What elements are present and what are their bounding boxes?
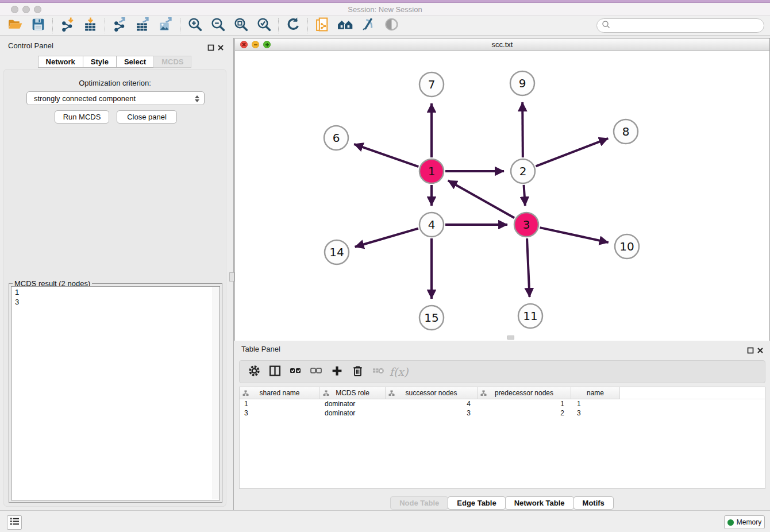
table-row[interactable]: 1 dominator 4 1 1 — [240, 399, 765, 408]
delete-column-button[interactable] — [349, 363, 366, 380]
zoom-fit-button[interactable] — [229, 17, 252, 35]
cell-successor-nodes[interactable]: 4 — [386, 399, 478, 408]
criterion-dropdown[interactable]: strongly connected component — [26, 91, 205, 105]
export-image-button[interactable] — [154, 17, 177, 35]
show-hide-graphics-button[interactable] — [357, 17, 380, 35]
birds-eye-view-button[interactable] — [380, 17, 403, 35]
graph-edge-3-1[interactable] — [448, 180, 514, 218]
cell-successor-nodes[interactable]: 3 — [386, 408, 478, 418]
cell-mcds-role[interactable]: dominator — [320, 399, 386, 408]
cell-name[interactable]: 1 — [571, 399, 620, 408]
column-header-mcds-role[interactable]: MCDS role — [320, 387, 386, 399]
graph-edge-3-10[interactable] — [540, 228, 608, 242]
toolbar-separator — [307, 18, 308, 33]
graph-edge-4-14[interactable] — [355, 229, 418, 247]
column-header-successor-nodes[interactable]: successor nodes — [386, 387, 478, 399]
header-filler — [620, 387, 765, 399]
close-panel-button[interactable]: Close panel — [117, 110, 177, 124]
mcds-result-text[interactable]: 1 3 — [11, 286, 220, 500]
plus-icon — [331, 365, 343, 379]
network-canvas[interactable]: 7968124314101511 — [235, 51, 769, 341]
run-mcds-button[interactable]: Run MCDS — [55, 110, 109, 124]
canvas-hscroll-thumb[interactable] — [507, 336, 514, 340]
toolbar-separator — [180, 18, 180, 33]
zoom-out-button[interactable] — [206, 17, 229, 35]
status-bar: Memory — [0, 510, 770, 532]
panel-divider[interactable] — [230, 38, 234, 510]
result-line: 1 — [15, 287, 216, 297]
tab-motifs[interactable]: Motifs — [573, 496, 614, 510]
tab-select[interactable]: Select — [116, 56, 154, 68]
divider-grip[interactable] — [229, 272, 234, 282]
table-toolbar: f(x) — [239, 360, 765, 383]
graph-edge-2-3[interactable] — [524, 185, 525, 206]
tab-edge-table[interactable]: Edge Table — [448, 496, 505, 510]
zoom-selected-button[interactable] — [252, 17, 275, 35]
column-type-icon — [480, 390, 487, 398]
search-icon — [602, 20, 611, 32]
export-network-button[interactable] — [108, 17, 131, 35]
table-row[interactable]: 3 dominator 3 2 3 — [240, 408, 765, 418]
tab-node-table[interactable]: Node Table — [390, 496, 448, 510]
import-network-button[interactable] — [56, 17, 79, 35]
network-view-title: scc.txt — [235, 40, 769, 49]
float-table-panel-icon[interactable] — [747, 346, 754, 353]
zoom-in-button[interactable] — [183, 17, 206, 35]
column-header-shared-name[interactable]: shared name — [240, 387, 320, 399]
task-history-button[interactable] — [7, 515, 22, 530]
cell-mcds-role[interactable]: dominator — [320, 408, 386, 418]
open-session-button[interactable] — [3, 17, 26, 35]
import-table-button[interactable] — [79, 17, 102, 35]
cell-predecessor-nodes[interactable]: 1 — [478, 399, 571, 408]
export-table-icon — [135, 17, 151, 34]
import-network-icon — [60, 17, 75, 34]
graph-node-label: 2 — [519, 164, 527, 178]
graph-edge-2-9[interactable] — [522, 102, 523, 157]
clone-network-button[interactable] — [311, 17, 334, 35]
refresh-icon — [286, 17, 301, 34]
control-panel-title: Control Panel — [8, 41, 53, 50]
deselect-all-button[interactable] — [307, 363, 325, 380]
cell-name[interactable]: 3 — [571, 408, 620, 418]
show-columns-button[interactable] — [266, 363, 283, 380]
table-header: shared name MCDS role successor nodes pr… — [240, 387, 765, 399]
network-graph: 7968124314101511 — [235, 51, 769, 341]
refresh-button[interactable] — [282, 17, 305, 35]
table-tabs: Node Table Edge Table Network Table Moti… — [234, 496, 770, 510]
search-input[interactable] — [596, 18, 764, 33]
tab-mcds[interactable]: MCDS — [153, 56, 191, 68]
close-table-panel-icon[interactable] — [757, 346, 764, 353]
tab-network[interactable]: Network — [38, 56, 83, 68]
mcds-panel: Optimization criterion: strongly connect… — [3, 69, 226, 507]
column-header-name[interactable]: name — [571, 387, 620, 399]
save-session-button[interactable] — [26, 17, 49, 35]
cell-shared-name[interactable]: 1 — [240, 399, 320, 408]
function-icon: f(x) — [390, 365, 409, 378]
memory-button[interactable]: Memory — [724, 515, 765, 529]
table-settings-button[interactable] — [245, 363, 263, 380]
graph-node-label: 3 — [523, 218, 530, 232]
export-table-button[interactable] — [131, 17, 154, 35]
close-panel-icon[interactable] — [217, 43, 224, 50]
tab-network-table[interactable]: Network Table — [505, 496, 574, 510]
graph-edge-2-8[interactable] — [536, 138, 608, 166]
create-column-button[interactable] — [328, 363, 345, 380]
cell-shared-name[interactable]: 3 — [240, 408, 320, 418]
float-panel-icon[interactable] — [207, 43, 214, 50]
cell-predecessor-nodes[interactable]: 2 — [478, 408, 571, 418]
export-network-icon — [112, 17, 128, 34]
optimization-criterion-label: Optimization criterion: — [4, 79, 226, 87]
apply-function-button: f(x) — [390, 363, 407, 380]
graph-edge-3-11[interactable] — [527, 238, 529, 297]
network-view-window: scc.txt 7968124314101511 — [234, 38, 770, 341]
mcds-result-group: MCDS result (2 nodes) 1 3 — [9, 283, 222, 503]
network-window-titlebar[interactable]: scc.txt — [235, 38, 769, 51]
select-all-button[interactable] — [287, 363, 304, 380]
network-overview-button[interactable] — [334, 17, 357, 35]
zoom-fit-icon — [233, 17, 249, 34]
result-scrollbar[interactable] — [213, 287, 219, 499]
graphics-details-icon — [361, 17, 376, 34]
column-header-predecessor-nodes[interactable]: predecessor nodes — [478, 387, 571, 399]
tab-style[interactable]: Style — [83, 56, 117, 68]
graph-edge-1-6[interactable] — [354, 144, 418, 167]
